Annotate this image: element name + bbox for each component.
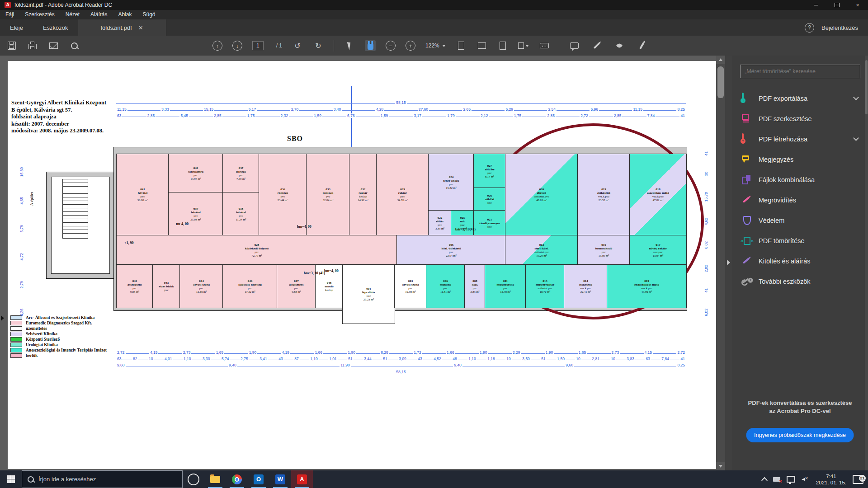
menu-fájl[interactable]: Fájl [0,10,19,19]
sidebar-item-edit[interactable]: PDF szerkesztése [732,108,868,129]
sign-in-link[interactable]: Bejelentkezés [821,24,858,31]
save-icon[interactable] [6,40,17,51]
zoom-level-value: 122% [425,42,439,49]
rotate-ccw-icon[interactable]: ↺ [292,40,303,51]
minimize-button[interactable] [806,0,826,10]
time: 7:41 [816,473,846,479]
room-013: 013műszerraktárantisztat.pvc10.70 m² [525,264,565,308]
collapse-arrow-icon[interactable] [727,260,730,265]
notification-icon[interactable]: 21 [853,475,863,484]
cortana-button[interactable] [183,470,204,488]
dimension-label: 5,29 [505,107,514,112]
outlook-button[interactable]: O [248,470,269,488]
tab-home[interactable]: Eleje [0,19,33,36]
zoom-out-icon[interactable]: − [386,41,396,51]
menu-nézet[interactable]: Nézet [60,10,85,19]
room-026: 026zöld kipvc [473,188,506,211]
tools-search-input[interactable] [740,65,860,78]
menu-ablak[interactable]: Ablak [113,10,137,19]
sidebar-item-shorten[interactable]: Megrövidítés [732,190,868,210]
panel-scrollbar[interactable] [865,56,868,470]
search-icon[interactable] [69,40,80,51]
dimension-label: 3,40 [333,107,342,112]
dimension-label: 3,30 [202,357,211,361]
tab-tools[interactable]: Eszközök [33,19,78,36]
file-explorer-button[interactable] [204,470,226,488]
help-icon[interactable]: ? [805,23,814,33]
room-017: 017nővér, raktára.sz.pvc13.04 m² [629,235,687,265]
maximize-button[interactable] [826,0,847,10]
taskbar-clock[interactable]: 7:41 2021. 01. 15. [816,473,846,486]
fill-sign-icon[interactable] [637,40,647,51]
scroll-down-icon[interactable] [716,462,725,470]
close-icon[interactable]: ✕ [138,24,143,31]
sidebar-item-fill-sign[interactable]: Kitöltés és aláírás [732,251,868,271]
left-edge-arrow-icon[interactable] [1,315,4,321]
device-error-icon[interactable] [773,477,780,482]
close-button[interactable]: × [847,0,868,10]
dimension-label: 11,15 [632,107,643,112]
toolbar: ↑ ↓ 1 / 1 ↺ ↻ − + 122% [0,36,868,56]
sidebar-item-comment[interactable]: Megjegyzés [732,149,868,169]
display-icon[interactable] [787,476,795,483]
legend-row: üzemeltetés [10,326,107,331]
scroll-up-icon[interactable] [716,56,725,64]
zoom-in-icon[interactable]: + [406,41,415,51]
word-button[interactable]: W [269,470,291,488]
room-046: 046kapcsoló helyiségpvc17.22 m² [222,264,278,308]
speaker-muted-icon[interactable] [802,476,810,483]
legend-row: Aneszteziológiai és Intenzív Terápiás In… [10,347,107,353]
taskbar-search[interactable]: Írjon ide a kereséshez [22,470,183,488]
free-trial-button[interactable]: Ingyenes próbaidőszak megkezdése [746,428,854,442]
email-icon[interactable] [48,40,59,51]
fit-page-icon[interactable] [456,40,467,51]
page-number-input[interactable]: 1 [252,41,264,50]
comment-icon[interactable] [569,40,580,51]
highlight-icon[interactable] [591,40,602,51]
menu-szerkesztés[interactable]: Szerkesztés [19,10,60,19]
read-mode-icon[interactable] [539,40,550,51]
document-scrollbar[interactable] [716,56,725,470]
menu-súgó[interactable]: Súgó [137,10,160,19]
room-032: 032raktárker.lap14.92 m² [349,154,377,236]
zoom-level-dropdown[interactable]: 122% [425,42,446,49]
sidebar-item-more-tools[interactable]: További eszközök [732,271,868,291]
rotate-cw-icon[interactable]: ↻ [313,40,324,51]
select-tool-icon[interactable] [344,40,355,51]
dimension-label: 4,65 [19,197,24,205]
dimension-label: 2,12 [480,113,489,118]
chrome-button[interactable] [226,470,248,488]
room-042: 042asszisztenspvc9.83 m² [116,264,153,308]
dimension-label: 82 [132,357,138,361]
sidebar-item-compress[interactable]: PDF tömörítése [732,230,868,251]
sidebar-item-create[interactable]: +PDF létrehozása [732,129,868,149]
acrobat-button[interactable]: A [291,470,313,488]
sidebar-item-combine[interactable]: Fájlok kombinálása [732,169,868,190]
panel-collapse-strip[interactable] [725,56,732,470]
print-icon[interactable] [27,40,38,51]
dimension-label: 2,85 [146,113,156,118]
tab-document[interactable]: földszint.pdf ✕ [78,19,166,36]
date: 2021. 01. 15. [816,479,846,486]
fit-width-icon[interactable] [476,40,487,51]
menu-aláírás[interactable]: Aláírás [85,10,113,19]
stairs [62,179,88,239]
start-button[interactable] [0,470,22,488]
scroll-mode-icon[interactable] [518,40,529,51]
page-up-icon[interactable]: ↑ [212,41,222,51]
actual-size-icon[interactable] [497,40,508,51]
sign-icon[interactable] [614,40,625,51]
dimension-label: 6,79 [19,225,24,233]
room-039: 039felvételpvc25.08 m² [168,192,223,236]
scrollbar-thumb[interactable] [717,66,724,98]
dimension-label: 8,28 [380,350,389,355]
sidebar-item-export[interactable]: →PDF exportálása [732,88,868,108]
hand-tool-icon[interactable] [365,40,376,51]
dimension-label: 10 [148,357,154,361]
dimension-label: 2,70 [290,107,300,112]
shield-icon [742,216,751,225]
tray-expand-icon[interactable] [761,477,768,483]
room-024: 024fehér öltözőpvc15.82 m² [428,154,474,211]
page-down-icon[interactable]: ↓ [232,41,242,51]
sidebar-item-shield[interactable]: Védelem [732,210,868,230]
